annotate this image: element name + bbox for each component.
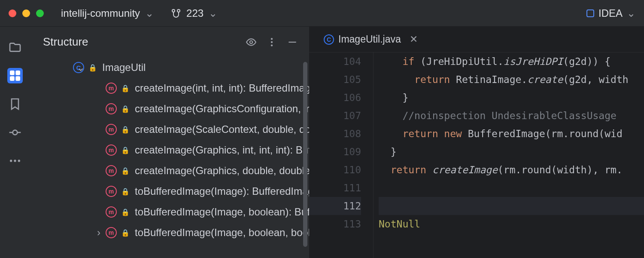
chevron-right-icon[interactable]: › [94, 227, 103, 239]
line-number: 112 [309, 197, 361, 215]
class-icon: C [324, 34, 334, 45]
scrollbar-thumb[interactable] [303, 62, 307, 247]
lock-icon: 🔒 [121, 84, 130, 92]
code-line[interactable] [379, 197, 644, 215]
chevron-down-icon: ⌄ [627, 7, 635, 19]
lock-icon: 🔒 [121, 126, 130, 134]
structure-tool-icon[interactable] [7, 68, 23, 83]
close-tab-icon[interactable]: ✕ [410, 34, 418, 45]
method-icon: m [106, 206, 117, 218]
tree-node-method[interactable]: m🔒toBufferedImage(Image, boolean): Buffe… [30, 202, 309, 222]
lock-icon: 🔒 [121, 105, 130, 113]
show-options-icon[interactable] [246, 37, 257, 48]
code-line[interactable]: if (JreHiDpiUtil.isJreHiDPI(g2d)) { [379, 52, 644, 71]
code-area[interactable]: 104105106107108109110111112113 if (JreHi… [309, 52, 644, 258]
left-toolbar [0, 27, 30, 258]
line-number: 106 [309, 89, 361, 107]
svg-rect-5 [15, 76, 20, 81]
line-number: 105 [309, 71, 361, 89]
tree-node-method[interactable]: m🔒createImage(int, int, int): BufferedIm… [30, 78, 309, 98]
branch-icon [171, 8, 181, 18]
line-number: 111 [309, 179, 361, 197]
svg-point-14 [271, 41, 273, 43]
tree-node-method[interactable]: m🔒createImage(GraphicsConfiguration, int… [30, 98, 309, 119]
gutter: 104105106107108109110111112113 [309, 52, 374, 258]
lock-icon: 🔒 [121, 167, 130, 175]
svg-point-15 [271, 44, 273, 46]
tree-node-method[interactable]: m🔒createImage(Graphics, int, int, int): … [30, 140, 309, 160]
lock-icon: 🔒 [121, 229, 130, 237]
code-line[interactable]: return RetinaImage.create(g2d, width [379, 71, 644, 89]
chevron-down-icon: ⌄ [209, 7, 217, 19]
method-icon: m [106, 144, 117, 156]
editor-tab[interactable]: C ImageUtil.java ✕ [321, 34, 420, 45]
vcs-count: 223 [186, 7, 204, 19]
code-lines[interactable]: if (JreHiDpiUtil.isJreHiDPI(g2d)) { retu… [374, 52, 644, 258]
method-signature: createImage(int, int, int): BufferedImag… [135, 82, 309, 94]
structure-panel: Structure ⌄ C 🔒 ImageUtil m🔒createI [30, 27, 309, 258]
line-number: 113 [309, 215, 361, 233]
ide-icon [586, 9, 594, 17]
method-signature: createImage(Graphics, double, double, in… [135, 165, 309, 177]
project-name: intellij-community [61, 7, 140, 19]
line-number: 109 [309, 143, 361, 161]
chevron-down-icon: ⌄ [145, 7, 154, 19]
project-dropdown[interactable]: intellij-community ⌄ [61, 7, 154, 19]
chevron-down-icon[interactable]: ⌄ [76, 61, 85, 74]
tree-node-method[interactable]: ›m🔒toBufferedImage(Image, boolean, boole… [30, 222, 309, 243]
lock-icon: 🔒 [121, 208, 130, 216]
commit-tool-icon[interactable] [7, 125, 23, 140]
bookmarks-tool-icon[interactable] [7, 96, 23, 112]
svg-point-11 [18, 160, 20, 162]
vcs-branch-dropdown[interactable]: 223 ⌄ [171, 7, 217, 19]
tab-filename: ImageUtil.java [338, 34, 401, 45]
class-name: ImageUtil [102, 61, 146, 74]
code-line[interactable]: } [379, 143, 644, 161]
ide-dropdown[interactable]: IDEA ⌄ [586, 7, 635, 19]
svg-rect-3 [15, 71, 20, 75]
method-signature: createImage(Graphics, int, int, int): Bu… [135, 144, 309, 156]
more-tools-icon[interactable] [7, 153, 23, 169]
svg-point-0 [172, 9, 175, 12]
tree-node-method[interactable]: m🔒createImage(ScaleContext, double, doub… [30, 119, 309, 140]
method-icon: m [106, 186, 117, 197]
code-line[interactable]: } [379, 89, 644, 107]
panel-title: Structure [43, 35, 246, 49]
svg-point-13 [271, 38, 273, 40]
code-line[interactable]: //noinspection UndesirableClassUsage [379, 107, 644, 125]
method-icon: m [106, 124, 117, 135]
svg-point-6 [13, 130, 18, 135]
line-number: 108 [309, 125, 361, 143]
minimize-window-icon[interactable] [22, 9, 30, 17]
line-number: 104 [309, 52, 361, 71]
lock-icon: 🔒 [121, 187, 130, 196]
method-icon: m [106, 83, 117, 94]
line-number: 110 [309, 161, 361, 179]
svg-point-1 [177, 9, 180, 12]
maximize-window-icon[interactable] [36, 9, 44, 17]
tree-node-class[interactable]: ⌄ C 🔒 ImageUtil [30, 57, 309, 78]
code-line[interactable]: return new BufferedImage(rm.round(wid [379, 125, 644, 143]
svg-rect-4 [10, 76, 15, 81]
kebab-menu-icon[interactable] [266, 37, 277, 48]
method-signature: toBufferedImage(Image): BufferedImage [135, 185, 309, 197]
minimize-panel-icon[interactable] [287, 37, 298, 48]
ide-name: IDEA [598, 7, 623, 19]
tree-node-method[interactable]: m🔒createImage(Graphics, double, double, … [30, 160, 309, 181]
editor-tabs: C ImageUtil.java ✕ [309, 27, 644, 52]
code-line[interactable] [379, 179, 644, 197]
svg-point-10 [14, 160, 16, 162]
project-tool-icon[interactable] [7, 40, 23, 55]
line-number: 107 [309, 107, 361, 125]
code-line[interactable]: NotNull [379, 215, 644, 233]
editor: C ImageUtil.java ✕ 104105106107108109110… [309, 27, 644, 258]
method-signature: toBufferedImage(Image, boolean, boolean)… [135, 227, 309, 239]
method-icon: m [106, 227, 117, 238]
code-line[interactable]: return createImage(rm.round(width), rm. [379, 161, 644, 179]
svg-rect-2 [10, 71, 15, 75]
close-window-icon[interactable] [9, 9, 16, 17]
structure-tree: ⌄ C 🔒 ImageUtil m🔒createImage(int, int, … [30, 54, 309, 246]
lock-icon: 🔒 [88, 64, 97, 72]
tree-node-method[interactable]: m🔒toBufferedImage(Image): BufferedImage [30, 181, 309, 202]
window-controls [9, 9, 44, 17]
